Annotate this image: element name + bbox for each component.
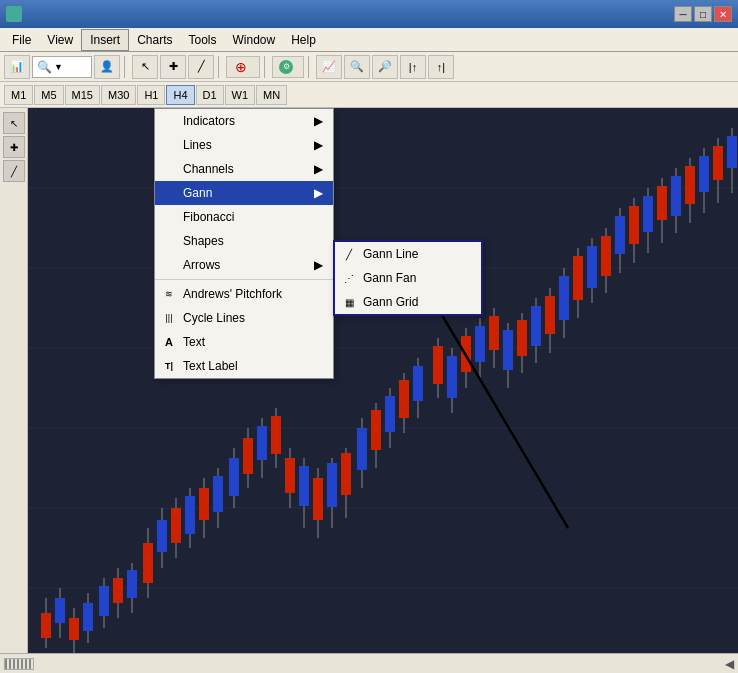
gann-fan-label: Gann Fan <box>363 271 416 285</box>
tb-indicators[interactable]: 📈 <box>316 55 342 79</box>
menu-file[interactable]: File <box>4 29 39 51</box>
menu-text-label[interactable]: T| Text Label <box>155 354 333 378</box>
svg-rect-12 <box>69 618 79 640</box>
gann-line-icon: ╱ <box>341 246 357 262</box>
tf-w1[interactable]: W1 <box>225 85 256 105</box>
tb-sep1 <box>124 56 128 78</box>
tf-mn[interactable]: MN <box>256 85 287 105</box>
menu-insert[interactable]: Insert <box>81 29 129 51</box>
tf-h1[interactable]: H1 <box>137 85 165 105</box>
left-line[interactable]: ╱ <box>3 160 25 182</box>
svg-rect-98 <box>685 166 695 204</box>
tb-zoom-dropdown[interactable]: 🔍▼ <box>32 56 92 78</box>
svg-rect-54 <box>371 410 381 450</box>
tf-m30[interactable]: M30 <box>101 85 136 105</box>
new-order-button[interactable]: ⊕ <box>226 56 260 78</box>
svg-rect-8 <box>41 613 51 638</box>
lines-icon <box>161 137 177 153</box>
svg-rect-40 <box>271 416 281 454</box>
svg-rect-82 <box>573 256 583 300</box>
gann-submenu: ╱ Gann Line ⋰ Gann Fan ▦ Gann Grid <box>333 240 483 316</box>
left-cursor[interactable]: ↖ <box>3 112 25 134</box>
tb-sep4 <box>308 56 312 78</box>
tb-zoom-out[interactable]: 🔎 <box>372 55 398 79</box>
gann-grid-item[interactable]: ▦ Gann Grid <box>335 290 481 314</box>
svg-rect-36 <box>243 438 253 474</box>
tb-sep3 <box>264 56 268 78</box>
tb-profile[interactable]: 👤 <box>94 55 120 79</box>
lines-arrow: ▶ <box>314 138 323 152</box>
gann-grid-label: Gann Grid <box>363 295 418 309</box>
pitchfork-icon: ≋ <box>161 286 177 302</box>
menu-cycle-lines[interactable]: ||| Cycle Lines <box>155 306 333 330</box>
svg-rect-60 <box>413 366 423 401</box>
svg-rect-92 <box>643 196 653 232</box>
chart-toolbar: M1 M5 M15 M30 H1 H4 D1 W1 MN <box>0 82 738 108</box>
menu-charts[interactable]: Charts <box>129 29 180 51</box>
gann-arrow: ▶ <box>314 186 323 200</box>
tb-new-chart[interactable]: 📊 <box>4 55 30 79</box>
gann-line-label: Gann Line <box>363 247 418 261</box>
tf-m1[interactable]: M1 <box>4 85 33 105</box>
tb-period-sep1[interactable]: |↑ <box>400 55 426 79</box>
close-button[interactable]: ✕ <box>714 6 732 22</box>
text-label-label: Text Label <box>183 359 238 373</box>
svg-rect-30 <box>199 488 209 520</box>
chart-area[interactable]: Indicators ▶ Lines ▶ Channels ▶ Gann ▶ F… <box>28 108 738 653</box>
menu-indicators[interactable]: Indicators ▶ <box>155 109 333 133</box>
svg-rect-80 <box>559 276 569 320</box>
menu-tools[interactable]: Tools <box>181 29 225 51</box>
gann-line-item[interactable]: ╱ Gann Line <box>335 242 481 266</box>
tb-zoom-in[interactable]: 🔍 <box>344 55 370 79</box>
svg-rect-96 <box>671 176 681 216</box>
tb-sep2 <box>218 56 222 78</box>
svg-rect-72 <box>503 330 513 370</box>
channels-icon <box>161 161 177 177</box>
menu-lines[interactable]: Lines ▶ <box>155 133 333 157</box>
tb-cursor[interactable]: ↖ <box>132 55 158 79</box>
tf-h4[interactable]: H4 <box>166 85 194 105</box>
minimize-button[interactable]: ─ <box>674 6 692 22</box>
insert-menu-dropdown: Indicators ▶ Lines ▶ Channels ▶ Gann ▶ F… <box>154 108 334 379</box>
indicators-icon <box>161 113 177 129</box>
indicators-arrow: ▶ <box>314 114 323 128</box>
menu-shapes[interactable]: Shapes <box>155 229 333 253</box>
svg-rect-90 <box>629 206 639 244</box>
menu-andrews-pitchfork[interactable]: ≋ Andrews' Pitchfork <box>155 282 333 306</box>
svg-rect-34 <box>229 458 239 496</box>
svg-rect-58 <box>399 380 409 418</box>
tf-d1[interactable]: D1 <box>196 85 224 105</box>
tb-crosshair[interactable]: ✚ <box>160 55 186 79</box>
menu-window[interactable]: Window <box>225 29 284 51</box>
tb-period-sep2[interactable]: ↑| <box>428 55 454 79</box>
svg-rect-26 <box>171 508 181 543</box>
menu-gann[interactable]: Gann ▶ <box>155 181 333 205</box>
menu-help[interactable]: Help <box>283 29 324 51</box>
gann-fan-item[interactable]: ⋰ Gann Fan <box>335 266 481 290</box>
menu-fibonacci[interactable]: Fibonacci <box>155 205 333 229</box>
left-cross[interactable]: ✚ <box>3 136 25 158</box>
chart-canvas <box>28 108 738 653</box>
tf-m5[interactable]: M5 <box>34 85 63 105</box>
expert-advisors-button[interactable]: ⚙ <box>272 56 304 78</box>
shapes-label: Shapes <box>183 234 224 248</box>
menu-view[interactable]: View <box>39 29 81 51</box>
svg-rect-52 <box>357 428 367 470</box>
lines-label: Lines <box>183 138 212 152</box>
svg-rect-68 <box>475 326 485 362</box>
menu-separator <box>155 279 333 280</box>
scroll-right-icon[interactable]: ◀ <box>725 657 734 671</box>
text-icon: A <box>161 334 177 350</box>
tf-m15[interactable]: M15 <box>65 85 100 105</box>
svg-rect-18 <box>113 578 123 603</box>
menu-arrows[interactable]: Arrows ▶ <box>155 253 333 277</box>
menu-channels[interactable]: Channels ▶ <box>155 157 333 181</box>
title-bar: ─ □ ✕ <box>0 0 738 28</box>
tb-line[interactable]: ╱ <box>188 55 214 79</box>
channels-arrow: ▶ <box>314 162 323 176</box>
svg-rect-56 <box>385 396 395 432</box>
svg-rect-84 <box>587 246 597 288</box>
maximize-button[interactable]: □ <box>694 6 712 22</box>
text-label: Text <box>183 335 205 349</box>
menu-text[interactable]: A Text <box>155 330 333 354</box>
